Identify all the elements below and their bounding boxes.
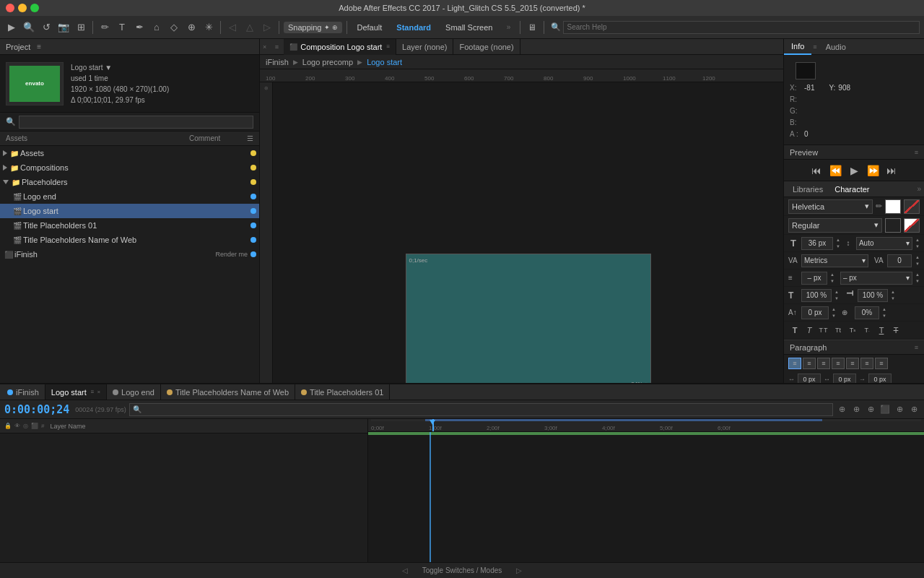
skip-back-button[interactable]: ⏮: [810, 164, 823, 177]
list-item[interactable]: 📁 Assets: [0, 146, 259, 160]
scale-h-stepper[interactable]: ▲ ▼: [834, 289, 839, 302]
bs-dn[interactable]: ▼: [832, 313, 836, 319]
tracking-input[interactable]: [887, 254, 912, 267]
tsumi-input[interactable]: [855, 306, 879, 319]
tab-footage-none[interactable]: Footage (none): [453, 39, 520, 55]
size-dn[interactable]: ▼: [836, 243, 840, 250]
lead-dn[interactable]: ▼: [915, 243, 920, 250]
tl-graph-icon[interactable]: ⊕: [850, 404, 862, 415]
font-family-dropdown[interactable]: Helvetica ▾: [788, 199, 873, 214]
project-menu-icon[interactable]: ≡: [35, 43, 43, 51]
timeline-timecode[interactable]: 0:00:00;24: [4, 403, 69, 416]
font-style-dropdown[interactable]: Regular ▾: [788, 218, 882, 233]
ts-up[interactable]: ▲: [882, 306, 886, 313]
sv-dn[interactable]: ▼: [891, 296, 895, 302]
tracking-stepper[interactable]: ▲ ▼: [915, 254, 920, 267]
align-left-btn[interactable]: ≡: [788, 358, 801, 369]
tab-composition-logo-start[interactable]: ⬛ Composition Logo start ≡: [284, 39, 396, 55]
tl-comp-icon[interactable]: ⬛: [879, 404, 891, 415]
indent-stepper[interactable]: ▲ ▼: [830, 272, 834, 285]
tab-character[interactable]: Character: [829, 181, 875, 197]
select-tool[interactable]: ▶: [4, 20, 19, 35]
fmt-strikethrough[interactable]: T: [889, 324, 902, 337]
list-item[interactable]: 📁 Placeholders: [0, 175, 259, 189]
tab-menu[interactable]: ≡: [386, 43, 390, 50]
pen-tool[interactable]: ✒: [132, 20, 147, 35]
tl-null-icon[interactable]: ⊕: [908, 404, 920, 415]
track-up[interactable]: ▲: [915, 254, 920, 261]
tsumi-stepper[interactable]: ▲ ▼: [882, 306, 886, 319]
scale-v-input[interactable]: [858, 289, 888, 302]
playhead-marker[interactable]: [430, 420, 435, 425]
lead-up[interactable]: ▲: [915, 237, 920, 243]
fmt-allcaps[interactable]: TT: [817, 324, 830, 337]
ir-up[interactable]: ▲: [915, 272, 920, 278]
color-swatch-fg[interactable]: [796, 62, 816, 79]
edit-font-icon[interactable]: ✏: [876, 202, 882, 211]
tab-audio[interactable]: Audio: [819, 39, 853, 55]
step-back-button[interactable]: ⏪: [829, 164, 842, 177]
size-up[interactable]: ▲: [836, 237, 840, 243]
paragraph-menu[interactable]: ≡: [915, 344, 918, 351]
text-tool[interactable]: T: [115, 20, 129, 35]
list-item[interactable]: 🎬 Title Placeholders Name of Web: [0, 233, 259, 247]
text-swatch2[interactable]: [885, 218, 901, 233]
indent-up[interactable]: ▲: [830, 272, 834, 278]
info-menu[interactable]: ≡: [813, 43, 816, 51]
toggle-switches-label[interactable]: Toggle Switches / Modes: [422, 566, 502, 574]
justify-right-btn[interactable]: ≡: [860, 358, 873, 369]
justify-center-btn[interactable]: ≡: [846, 358, 859, 369]
tab-menu-logo[interactable]: ≡: [91, 389, 95, 395]
fmt-smallcaps[interactable]: Tt: [832, 324, 845, 337]
fmt-bold[interactable]: T: [788, 324, 801, 337]
comp-tab-options[interactable]: ≡: [269, 40, 284, 54]
snapping-button[interactable]: Snapping ✦ ⊕: [284, 22, 342, 33]
camera-orbit-tool[interactable]: 📷: [56, 20, 71, 35]
stroke-swatch2[interactable]: [904, 218, 920, 233]
step-forward-button[interactable]: ⏩: [866, 164, 879, 177]
list-item[interactable]: 🎬 Title Placeholders 01: [0, 218, 259, 233]
leading-dropdown[interactable]: Auto ▾: [856, 237, 912, 250]
clone-tool[interactable]: ⌂: [149, 20, 164, 35]
tl-render-icon[interactable]: ⊕: [865, 404, 876, 415]
sh-dn[interactable]: ▼: [834, 296, 839, 302]
preview-menu[interactable]: ≡: [915, 149, 918, 156]
indent-dn[interactable]: ▼: [830, 278, 834, 285]
workspace-standard[interactable]: Standard: [391, 22, 437, 33]
workspace-small[interactable]: Small Screen: [440, 22, 498, 33]
project-search-input[interactable]: [19, 116, 253, 129]
fmt-underline[interactable]: T: [875, 324, 888, 337]
indent-right-stepper[interactable]: ▲ ▼: [915, 272, 920, 285]
justify-all-btn[interactable]: ≡: [875, 358, 888, 369]
fmt-sub[interactable]: T.: [860, 324, 873, 337]
size-stepper-control[interactable]: ▲ ▼: [836, 237, 840, 250]
grid-tool[interactable]: ⊞: [74, 20, 88, 35]
baseline-input[interactable]: [801, 306, 829, 319]
search-help-input[interactable]: [563, 21, 920, 34]
comp-tab-close[interactable]: ×: [263, 43, 266, 51]
workspace-default[interactable]: Default: [352, 22, 388, 33]
timeline-search-input[interactable]: [129, 403, 833, 416]
tl-tab-ifinish[interactable]: iFinish: [1, 384, 45, 400]
bc-logo-precomp[interactable]: Logo precomp: [302, 58, 353, 66]
tl-tab-logo-end[interactable]: Logo end: [107, 384, 161, 400]
panel-expand-btn[interactable]: »: [917, 185, 921, 193]
bs-up[interactable]: ▲: [832, 306, 836, 313]
track-dn[interactable]: ▼: [915, 261, 920, 267]
sh-up[interactable]: ▲: [834, 289, 839, 296]
scale-v-stepper[interactable]: ▲ ▼: [891, 289, 895, 302]
stroke-color-swatch[interactable]: [904, 199, 920, 214]
ts-dn[interactable]: ▼: [882, 313, 886, 319]
tl-tab-title-web[interactable]: Title Placeholders Name of Web: [161, 384, 295, 400]
tl-tab-logo-start[interactable]: Logo start ≡ ×: [45, 384, 107, 400]
bc-logo-start[interactable]: Logo start: [367, 58, 402, 66]
list-item[interactable]: 📁 Compositions: [0, 160, 259, 175]
leading-stepper-control[interactable]: ▲ ▼: [915, 237, 920, 250]
fmt-italic[interactable]: T: [803, 324, 816, 337]
null-tool[interactable]: ✳: [201, 20, 216, 35]
baseline-stepper[interactable]: ▲ ▼: [832, 306, 836, 319]
workspace-expand[interactable]: »: [501, 20, 515, 35]
tab-layer-none[interactable]: Layer (none): [396, 39, 453, 55]
align-center-btn[interactable]: ≡: [803, 358, 816, 369]
list-item[interactable]: 🎬 Logo start: [0, 204, 259, 218]
